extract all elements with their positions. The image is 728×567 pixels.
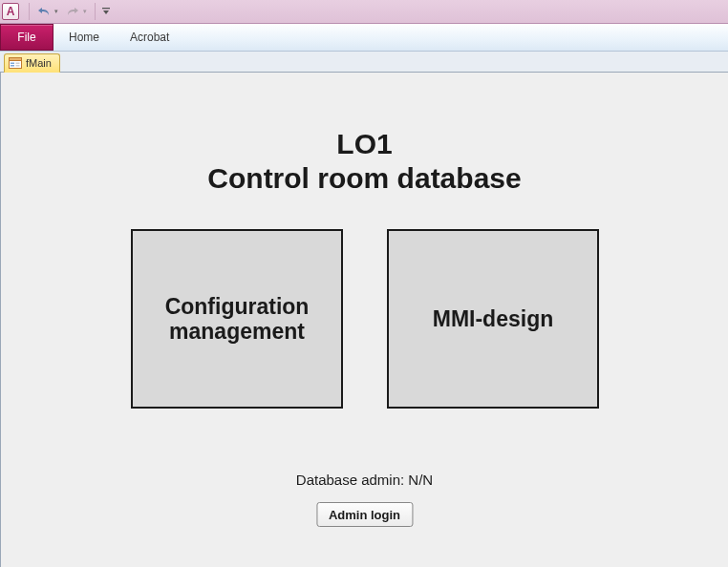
redo-icon[interactable] [62,2,83,21]
qat-separator-2 [95,3,96,20]
form-body: LO1 Control room database Configuration … [0,73,728,567]
form-icon [9,57,22,69]
tab-acrobat[interactable]: Acrobat [115,24,184,51]
undo-icon[interactable] [33,2,54,21]
configuration-management-button[interactable]: Configuration management [131,229,343,409]
ribbon: File Home Acrobat [0,24,728,52]
app-icon[interactable]: A [2,3,19,20]
admin-login-button[interactable]: Admin login [316,502,413,527]
mmi-design-button[interactable]: MMI-design [387,229,599,409]
svg-rect-3 [11,63,14,65]
database-admin-status: Database admin: N/N [1,472,728,488]
big-button-label: MMI-design [433,306,554,331]
document-tab-label: fMain [26,57,52,69]
svg-rect-4 [11,65,14,67]
tab-home[interactable]: Home [54,24,115,51]
form-title-line2: Control room database [1,162,728,195]
big-button-label: Configuration management [142,294,332,345]
undo-dropdown-icon[interactable]: ▾ [53,8,60,15]
admin-login-label: Admin login [329,508,400,522]
qat-separator [29,3,30,20]
svg-rect-6 [16,65,20,67]
customize-qat-icon[interactable] [99,2,113,21]
quick-access-toolbar: A ▾ ▾ [0,0,728,24]
svg-rect-2 [10,58,22,61]
redo-dropdown-icon[interactable]: ▾ [81,8,89,15]
file-tab[interactable]: File [0,24,54,51]
document-tab-strip: fMain [0,52,728,73]
svg-rect-5 [16,63,20,65]
form-title-line1: LO1 [1,128,728,160]
svg-rect-0 [102,8,110,9]
document-tab-fmain[interactable]: fMain [4,53,60,73]
